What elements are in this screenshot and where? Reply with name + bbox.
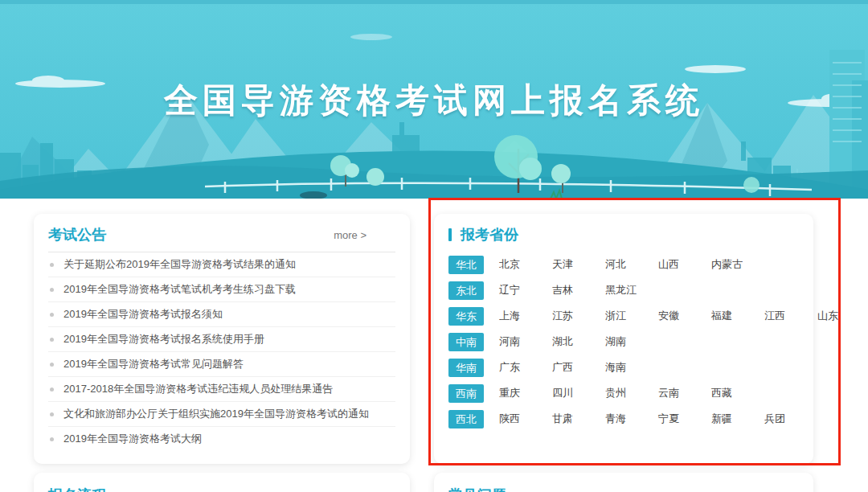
- announcements-title: 考试公告: [48, 225, 106, 244]
- announcement-item[interactable]: 2019年全国导游资格考试报名系统使用手册: [48, 327, 395, 352]
- province-link[interactable]: 青海: [605, 412, 638, 426]
- province-link[interactable]: 湖北: [552, 334, 585, 349]
- province-link[interactable]: 江西: [764, 309, 797, 323]
- province-link[interactable]: 甘肃: [552, 412, 585, 426]
- bottom-right-title: 常见问题: [448, 487, 506, 492]
- province-link[interactable]: 天津: [552, 257, 585, 272]
- announcement-item[interactable]: 文化和旅游部办公厅关于组织实施2019年全国导游资格考试的通知: [48, 402, 395, 427]
- bullet-icon: [50, 387, 54, 392]
- announcement-item[interactable]: 2019年全国导游资格考试常见问题解答: [48, 352, 395, 377]
- provinces-title: 报考省份: [461, 225, 518, 244]
- bullet-icon: [50, 338, 54, 342]
- bottom-right-panel: 常见问题: [434, 473, 813, 492]
- announcement-link[interactable]: 2019年全国导游资格考试笔试机考考生练习盘下载: [63, 282, 296, 297]
- region-row: 华北 北京天津河北山西内蒙古: [448, 252, 799, 277]
- bullet-icon: [50, 412, 54, 416]
- region-button[interactable]: 华北: [448, 256, 484, 274]
- bullet-icon: [50, 363, 54, 367]
- province-link[interactable]: 海南: [605, 360, 638, 375]
- announcement-link[interactable]: 2017-2018年全国导游资格考试违纪违规人员处理结果通告: [63, 382, 333, 396]
- region-button[interactable]: 东北: [448, 281, 484, 300]
- province-link[interactable]: 西藏: [711, 386, 744, 400]
- province-link[interactable]: 内蒙古: [711, 257, 744, 272]
- region-row: 东北 辽宁吉林黑龙江: [448, 277, 799, 303]
- announcement-item[interactable]: 2019年全国导游资格考试大纲: [48, 427, 395, 451]
- province-link[interactable]: 浙江: [605, 309, 638, 323]
- province-link[interactable]: 陕西: [499, 412, 532, 426]
- province-link[interactable]: 山东: [817, 309, 850, 323]
- province-list: 北京天津河北山西内蒙古: [499, 257, 764, 272]
- announcement-link[interactable]: 2019年全国导游资格考试报名须知: [63, 307, 223, 322]
- announcements-list: 关于延期公布2019年全国导游资格考试结果的通知 2019年全国导游资格考试笔试…: [48, 252, 395, 451]
- announcement-link[interactable]: 2019年全国导游资格考试报名系统使用手册: [63, 332, 264, 346]
- region-row: 西北 陕西甘肃青海宁夏新疆兵团: [448, 406, 799, 432]
- bullet-icon: [50, 288, 54, 292]
- province-link[interactable]: 新疆: [711, 412, 744, 426]
- province-link[interactable]: 北京: [499, 257, 532, 272]
- province-link[interactable]: 黑龙江: [605, 283, 638, 297]
- banner: 全国导游资格考试网上报名系统: [0, 0, 868, 199]
- province-list: 上海江苏浙江安徽福建江西山东: [499, 309, 868, 323]
- province-link[interactable]: 上海: [499, 309, 532, 323]
- bullet-icon: [50, 437, 54, 441]
- region-row: 西南 重庆四川贵州云南西藏: [448, 380, 799, 406]
- province-link[interactable]: 湖南: [605, 334, 638, 349]
- province-link[interactable]: 安徽: [658, 309, 691, 323]
- region-button[interactable]: 华东: [448, 307, 484, 326]
- province-list: 陕西甘肃青海宁夏新疆兵团: [499, 412, 817, 426]
- announcement-item[interactable]: 2019年全国导游资格考试报名须知: [48, 302, 395, 327]
- province-link[interactable]: 重庆: [499, 386, 532, 400]
- region-button[interactable]: 西南: [448, 384, 484, 403]
- announcement-item[interactable]: 关于延期公布2019年全国导游资格考试结果的通知: [48, 252, 395, 277]
- province-link[interactable]: 广西: [552, 360, 585, 375]
- announcement-link[interactable]: 关于延期公布2019年全国导游资格考试结果的通知: [63, 257, 296, 272]
- province-link[interactable]: 吉林: [552, 283, 585, 297]
- region-row: 华东 上海江苏浙江安徽福建江西山东: [448, 303, 799, 329]
- province-link[interactable]: 广东: [499, 360, 532, 375]
- province-link[interactable]: 辽宁: [499, 283, 532, 297]
- province-link[interactable]: 四川: [552, 386, 585, 400]
- announcement-link[interactable]: 文化和旅游部办公厅关于组织实施2019年全国导游资格考试的通知: [63, 407, 369, 421]
- title-bar-icon: [448, 228, 452, 241]
- more-link[interactable]: more >: [334, 229, 366, 241]
- announcements-panel: 考试公告 more > 关于延期公布2019年全国导游资格考试结果的通知 201…: [34, 214, 410, 464]
- region-row: 中南 河南湖北湖南: [448, 329, 799, 355]
- announcement-item[interactable]: 2017-2018年全国导游资格考试违纪违规人员处理结果通告: [48, 377, 395, 402]
- region-row: 华南 广东广西海南: [448, 355, 799, 380]
- page-title: 全国导游资格考试网上报名系统: [0, 78, 868, 123]
- announcement-link[interactable]: 2019年全国导游资格考试常见问题解答: [63, 357, 244, 371]
- region-rows: 华北 北京天津河北山西内蒙古 东北 辽宁吉林黑龙江 华东 上海江苏浙江安徽福建江…: [448, 252, 799, 432]
- bullet-icon: [50, 263, 54, 267]
- province-list: 辽宁吉林黑龙江: [499, 283, 658, 297]
- province-link[interactable]: 福建: [711, 309, 744, 323]
- banner-top-strip: [0, 0, 868, 4]
- announcements-header: 考试公告 more >: [48, 224, 395, 245]
- region-button[interactable]: 华南: [448, 359, 484, 377]
- announcement-link[interactable]: 2019年全国导游资格考试大纲: [63, 432, 202, 446]
- bullet-icon: [50, 313, 54, 317]
- region-button[interactable]: 中南: [448, 333, 484, 351]
- province-link[interactable]: 江苏: [552, 309, 585, 323]
- announcement-item[interactable]: 2019年全国导游资格考试笔试机考考生练习盘下载: [48, 277, 395, 302]
- bottom-left-panel: 报名流程: [34, 473, 410, 492]
- province-link[interactable]: 贵州: [605, 386, 638, 400]
- bottom-left-title: 报名流程: [48, 487, 106, 492]
- province-link[interactable]: 兵团: [764, 412, 797, 426]
- province-link[interactable]: 宁夏: [658, 412, 691, 426]
- province-list: 广东广西海南: [499, 360, 658, 375]
- province-list: 河南湖北湖南: [499, 334, 658, 349]
- province-link[interactable]: 山西: [658, 257, 691, 272]
- province-list: 重庆四川贵州云南西藏: [499, 386, 764, 400]
- provinces-panel: 报考省份 华北 北京天津河北山西内蒙古 东北 辽宁吉林黑龙江 华东 上海江苏浙江…: [434, 214, 813, 464]
- province-link[interactable]: 云南: [658, 386, 691, 400]
- region-button[interactable]: 西北: [448, 410, 484, 428]
- province-link[interactable]: 河南: [499, 334, 532, 349]
- province-link[interactable]: 河北: [605, 257, 638, 272]
- provinces-header: 报考省份: [448, 224, 799, 245]
